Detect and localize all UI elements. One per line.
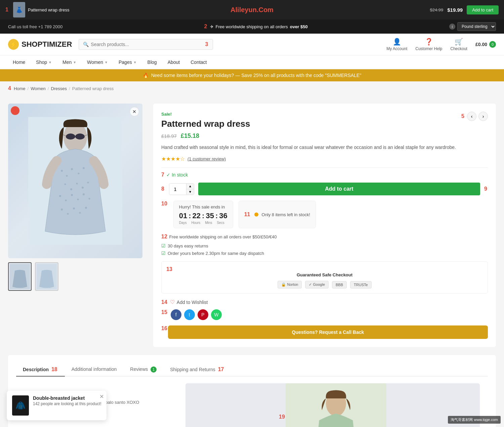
checkmark-icon: ✓ xyxy=(166,172,170,178)
nav-women-arrow: ▼ xyxy=(104,61,108,64)
customer-help-button[interactable]: ❓ Customer Help xyxy=(415,38,442,51)
header: ⚡ SHOPTIMIZER 🔍 3 👤 My Account ❓ Custome… xyxy=(0,34,504,55)
nav-pages[interactable]: Pages▼ xyxy=(114,55,141,69)
currency-select[interactable]: Pound sterling USD EUR xyxy=(457,22,496,31)
prev-product-button[interactable]: ‹ xyxy=(467,112,476,121)
anno-11: 11 xyxy=(244,211,250,218)
svg-point-16 xyxy=(83,193,85,195)
search-input[interactable] xyxy=(91,42,202,47)
safe-checkout: 13 Guaranteed Safe Checkout 🔒 Norton ✓ G… xyxy=(161,261,488,294)
search-bar[interactable]: 🔍 3 xyxy=(79,39,213,50)
pinterest-share-button[interactable]: P xyxy=(198,309,208,320)
anno-7: 7 xyxy=(161,172,164,178)
nav-home[interactable]: Home xyxy=(8,55,30,69)
breadcrumb-women[interactable]: Women xyxy=(31,86,46,91)
account-icon: 👤 xyxy=(393,38,401,46)
svg-point-20 xyxy=(73,207,75,209)
feature-1: ☑ 30 days easy returns xyxy=(161,243,488,248)
nav-about[interactable]: About xyxy=(163,55,185,69)
whatsapp-share-button[interactable]: W xyxy=(211,309,222,320)
cart-price: £0.00 xyxy=(475,42,487,47)
feature-2-text: Order yours before 2.30pm for same day d… xyxy=(168,251,264,256)
anno-10: 10 xyxy=(161,201,167,228)
countdown-mins: 35 xyxy=(206,211,214,220)
facebook-share-button[interactable]: f xyxy=(171,309,181,320)
thumbnails xyxy=(8,262,142,291)
callback-button[interactable]: Questions? Request a Call Back xyxy=(168,325,488,339)
anno-5: 5 xyxy=(461,113,464,119)
tab-description-label: Description xyxy=(23,367,49,372)
countdown-labels: Days Hours Mins Secs xyxy=(179,221,227,225)
stock-dot xyxy=(254,212,258,217)
breadcrumb-sep-2: / xyxy=(48,86,49,91)
twitter-share-button[interactable]: t xyxy=(184,309,195,320)
countdown-secs: 36 xyxy=(219,211,227,220)
sale-label: Sale! xyxy=(161,112,250,117)
check-icon-2: ☑ xyxy=(161,250,166,256)
label-days: Days xyxy=(179,221,187,225)
feature-1-text: 30 days easy returns xyxy=(168,243,208,248)
anno-3: 3 xyxy=(205,41,208,47)
nav-women[interactable]: Women▼ xyxy=(82,55,113,69)
wishlist-row[interactable]: 14 ♡ Add to Wishlist xyxy=(161,299,488,305)
svg-point-18 xyxy=(61,208,63,210)
breadcrumb-dresses[interactable]: Dresses xyxy=(51,86,67,91)
customer-help-label: Customer Help xyxy=(415,46,442,51)
next-product-button[interactable]: › xyxy=(478,112,488,121)
truste-logo: TRUSTe xyxy=(350,281,372,288)
popup-close-button[interactable]: ✕ xyxy=(99,393,104,400)
popup-subtitle: 142 people are looking at this product! xyxy=(33,401,101,406)
heart-icon: ♡ xyxy=(170,299,175,305)
nav-shop-arrow: ▼ xyxy=(48,61,52,64)
svg-point-7 xyxy=(65,184,66,185)
logo-area[interactable]: ⚡ SHOPTIMIZER xyxy=(8,39,72,50)
checkout-button[interactable]: 🛒 Checkout xyxy=(450,38,467,51)
tab-description[interactable]: Description 18 xyxy=(16,363,65,377)
nav-contact[interactable]: Contact xyxy=(186,55,211,69)
fire-icon: 🔥 xyxy=(143,73,149,78)
nav-contact-label: Contact xyxy=(191,60,207,65)
anno-6: 6 xyxy=(11,106,19,115)
countdown-days: 01 xyxy=(179,211,187,220)
stock-status: 7 ✓ In stock xyxy=(161,172,488,178)
breadcrumb-home[interactable]: Home xyxy=(14,86,26,91)
qty-up-button[interactable]: ▲ xyxy=(186,184,194,189)
search-icon: 🔍 xyxy=(83,42,89,47)
thumbnail-2[interactable] xyxy=(35,262,58,291)
tab-shipping[interactable]: Shipping and Returns 17 xyxy=(163,363,231,377)
notification-popup: 🧥 Double-breasted jacket 142 people are … xyxy=(7,391,107,420)
anno-1: 1 xyxy=(5,7,8,13)
nav: Home Shop▼ Men▼ Women▼ Pages▼ Blog About… xyxy=(0,55,504,69)
countdown-sep-3: : xyxy=(215,211,218,220)
anno-13: 13 xyxy=(166,266,172,272)
cart-area[interactable]: £0.00 0 xyxy=(475,41,496,48)
my-account-button[interactable]: 👤 My Account xyxy=(386,38,407,51)
popup-image: 🧥 xyxy=(12,395,29,416)
sticky-add-to-cart-button[interactable]: Add to cart xyxy=(467,5,499,14)
anno-8: 8 xyxy=(161,186,164,192)
tab-additional-info[interactable]: Additional information xyxy=(65,363,124,377)
tab-reviews[interactable]: Reviews 1 xyxy=(123,363,163,377)
add-to-cart-button[interactable]: Add to cart xyxy=(198,183,480,195)
info-icon[interactable]: i xyxy=(449,24,455,30)
countdown-title: Hurry! This sale ends in xyxy=(179,204,227,209)
anno-19: 19 xyxy=(279,414,285,420)
nav-pages-arrow: ▼ xyxy=(133,61,137,64)
qty-down-button[interactable]: ▼ xyxy=(186,189,194,195)
anno-14: 14 xyxy=(161,299,167,305)
nav-men[interactable]: Men▼ xyxy=(58,55,81,69)
rating-area: ★★★★☆ (1 customer review) xyxy=(161,156,488,162)
shipping-info: 12 Free worldwide shipping on all orders… xyxy=(161,234,488,240)
close-image-button[interactable]: ✕ xyxy=(130,107,139,116)
nav-shop[interactable]: Shop▼ xyxy=(31,55,56,69)
reviews-badge: 1 xyxy=(151,366,157,373)
checkout-label: Checkout xyxy=(450,46,467,51)
quantity-input[interactable] xyxy=(169,184,186,195)
new-price: £15.18 xyxy=(181,132,199,140)
review-count[interactable]: (1 customer review) xyxy=(187,156,226,161)
nav-blog[interactable]: Blog xyxy=(143,55,162,69)
thumbnail-1[interactable] xyxy=(8,262,32,291)
svg-point-22 xyxy=(85,207,87,209)
svg-point-17 xyxy=(89,198,90,200)
breadcrumb-sep-1: / xyxy=(28,86,29,91)
